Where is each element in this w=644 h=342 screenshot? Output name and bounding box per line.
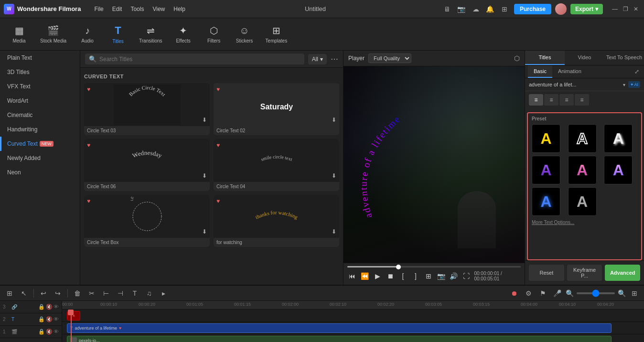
tl-grid-view[interactable]: ⊞ [629, 288, 640, 299]
timeline-ruler[interactable]: 00:00 00:00:10 00:00:20 00:01:05 00:01:1… [62, 301, 644, 310]
sidebar-item-newly-added[interactable]: Newly Added [0, 151, 80, 165]
close-button[interactable]: ✕ [632, 5, 640, 13]
tab-basic[interactable]: Basic [528, 65, 552, 78]
keyframe-button[interactable]: Keyframe P... [567, 265, 602, 281]
preset-gray[interactable]: A [568, 187, 597, 216]
tl-more[interactable]: ▸ [158, 288, 169, 299]
tool-templates[interactable]: ⊞ Templates [261, 22, 292, 46]
grid-item-circle02[interactable]: ♥ Saturady ⬇ Circle Text 02 [214, 83, 339, 135]
tool-media[interactable]: ▦ Media [5, 22, 33, 46]
tool-stickers[interactable]: ☺ Stickers [230, 22, 259, 46]
advanced-button[interactable]: Advanced [605, 265, 640, 281]
tab-animation[interactable]: Animation [552, 65, 587, 78]
menu-help[interactable]: Help [170, 4, 189, 14]
preset-white-shadow[interactable]: A [604, 124, 633, 153]
volume-button[interactable]: 🔊 [449, 270, 459, 282]
grid-item-circle04[interactable]: ♥ smile circle text ⬇ Circle Text [214, 139, 339, 191]
tl-split[interactable]: ⊣ [115, 288, 126, 299]
filter-dropdown[interactable]: All ▾ [308, 54, 327, 64]
mark-out-button[interactable]: ] [411, 270, 421, 282]
align-center-button[interactable]: ≡ [544, 94, 558, 106]
minimize-button[interactable]: — [611, 5, 619, 13]
camera-icon[interactable]: 📷 [456, 3, 467, 15]
player-expand-icon[interactable]: ⬡ [514, 54, 520, 62]
align-justify-button[interactable]: ≡ [575, 94, 589, 106]
progress-bar[interactable] [347, 266, 521, 267]
grid-icon[interactable]: ⊞ [499, 3, 510, 15]
track3-mute[interactable]: 🔇 [46, 304, 53, 310]
tool-effects[interactable]: ✦ Effects [169, 22, 198, 46]
monitor-icon[interactable]: 🖥 [441, 3, 453, 15]
sidebar-item-handwriting[interactable]: Handwriting [0, 122, 80, 137]
sidebar-item-3d-titles[interactable]: 3D Titles [0, 65, 80, 79]
tl-record[interactable]: ⏺ [508, 288, 520, 299]
track3-lock[interactable]: 🔒 [38, 304, 45, 310]
bell-icon[interactable]: 🔔 [484, 3, 496, 15]
snapshot-button[interactable]: 📷 [436, 270, 446, 282]
sidebar-item-cinematic[interactable]: Cinematic [0, 108, 80, 122]
sidebar-item-curved-text[interactable]: Curved Text NEW [0, 137, 80, 151]
sidebar-item-wordart[interactable]: WordArt [0, 94, 80, 108]
grid-item-circle06[interactable]: ♥ Wednesday ⬇ Circle Text 06 [84, 139, 210, 191]
text-name-chevron[interactable]: ▾ [623, 82, 625, 87]
playhead-top[interactable] [68, 310, 74, 315]
progress-knob[interactable] [396, 265, 401, 269]
track1-hide[interactable]: 👁 [54, 329, 59, 335]
track3-hide[interactable]: 👁 [54, 304, 59, 310]
playhead[interactable] [71, 315, 72, 342]
menu-edit[interactable]: Edit [108, 4, 126, 14]
sidebar-item-plain-text[interactable]: Plain Text [0, 51, 80, 65]
tab-titles[interactable]: Titles [525, 51, 565, 65]
tool-audio[interactable]: ♪ Audio [73, 22, 102, 46]
export-button[interactable]: Export ▾ [570, 4, 603, 14]
zoom-out-button[interactable]: 🔍 [566, 289, 574, 297]
preset-blue[interactable]: A [532, 187, 560, 216]
mark-in-button[interactable]: [ [398, 270, 408, 282]
tool-titles[interactable]: T Titles [104, 21, 132, 47]
align-left-button[interactable]: ≡ [529, 94, 543, 106]
reset-button[interactable]: Reset [529, 265, 564, 281]
track2-lock[interactable]: 🔒 [38, 316, 45, 322]
cloud-icon[interactable]: ☁ [470, 3, 482, 15]
fullscreen-button[interactable]: ⛶ [462, 270, 472, 282]
search-input[interactable] [99, 56, 301, 63]
play-button[interactable]: ▶ [373, 270, 383, 282]
preset-purple-grad[interactable]: A [532, 156, 560, 184]
sidebar-item-vfx-text[interactable]: VFX Text [0, 79, 80, 94]
purchase-button[interactable]: Purchase [514, 4, 551, 14]
frame-back-button[interactable]: ⏪ [360, 270, 370, 282]
tool-transitions[interactable]: ⇌ Transitions [134, 22, 167, 46]
menu-file[interactable]: File [90, 4, 107, 14]
skip-back-button[interactable]: ⏮ [347, 270, 357, 282]
clip-video[interactable]: pexels-jo... [67, 336, 612, 342]
grid-item-circle-box[interactable]: ♥ THIS IS A CIRCLE TEXT BOX ⬇ [84, 195, 210, 247]
preset-outline[interactable]: A [568, 124, 597, 153]
preset-yellow[interactable]: A [532, 124, 560, 153]
more-options-button[interactable]: ⋯ [331, 54, 338, 64]
tl-markers[interactable]: ⚑ [537, 288, 548, 299]
tool-filters[interactable]: ⬡ Filters [200, 22, 228, 46]
tl-trim[interactable]: ⊢ [100, 288, 112, 299]
track2-hide[interactable]: 👁 [54, 316, 59, 322]
tl-cut[interactable]: ✂ [86, 288, 97, 299]
grid-item-thanks[interactable]: ♥ thanks for watching ⬇ for watch [214, 195, 339, 247]
ai-icon[interactable]: ✦AI [628, 81, 640, 88]
tab-text-to-speech[interactable]: Text To Speech [604, 51, 644, 65]
tl-mic[interactable]: 🎤 [551, 288, 563, 299]
tl-undo[interactable]: ↩ [38, 288, 49, 299]
more-ctrl-button[interactable]: ⊞ [423, 270, 433, 282]
tl-snap-toggle[interactable]: ⊞ [4, 288, 15, 299]
zoom-slider[interactable] [577, 292, 615, 294]
quality-select[interactable]: Full Quality [368, 53, 411, 63]
tl-redo[interactable]: ↪ [52, 288, 64, 299]
tl-select-tool[interactable]: ↖ [18, 288, 30, 299]
clip-title[interactable]: T adventure of a lifetime ♥ [67, 323, 612, 333]
tl-text[interactable]: T [129, 288, 140, 299]
track1-mute[interactable]: 🔇 [46, 329, 53, 335]
menu-view[interactable]: View [149, 4, 169, 14]
align-right-button[interactable]: ≡ [559, 94, 574, 106]
maximize-button[interactable]: ❐ [621, 5, 630, 13]
tool-stock-media[interactable]: 🎬 Stock Media [35, 22, 71, 46]
tab-video[interactable]: Video [565, 51, 604, 65]
preset-rainbow[interactable]: A [604, 156, 633, 184]
